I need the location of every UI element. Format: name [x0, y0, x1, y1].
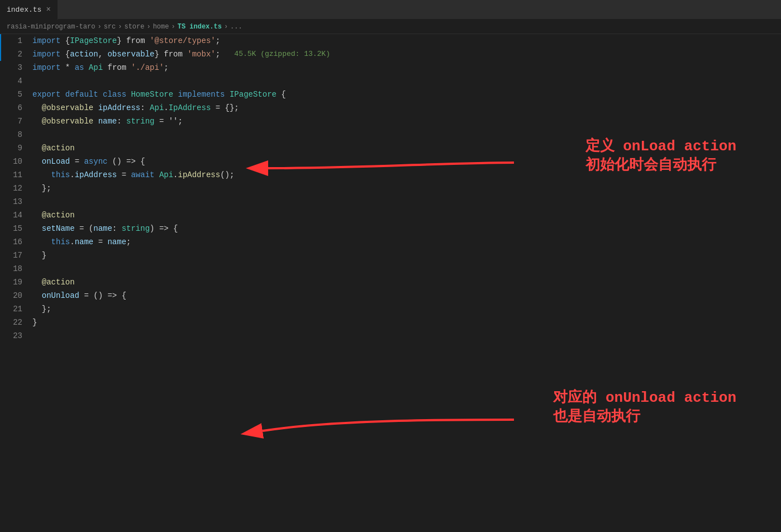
token: export: [32, 88, 60, 101]
token: implements: [178, 88, 225, 101]
token: .: [173, 168, 178, 182]
code-line-3: import * as Api from './api';: [32, 61, 781, 74]
code-line-7: @observable name: string = '';: [32, 115, 781, 128]
breadcrumb-part: rasia-miniprogram-taro: [7, 23, 95, 31]
code-line-17: }: [32, 249, 781, 262]
token: class: [103, 88, 126, 101]
token: [32, 222, 42, 235]
import-hint: 45.5K (gzipped: 13.2K): [234, 48, 330, 61]
line-number: 23: [6, 329, 22, 343]
token: =: [117, 168, 131, 182]
token: @observable: [42, 115, 93, 128]
token: await: [131, 168, 154, 182]
code-line-5: export default class HomeStore implement…: [32, 88, 781, 101]
token: ;: [126, 235, 131, 249]
token: [84, 61, 88, 74]
token: async: [84, 155, 107, 168]
breadcrumb-part: store: [124, 23, 144, 31]
line-number: 20: [6, 289, 22, 302]
line-number: 13: [6, 195, 22, 208]
line-number: 1: [6, 34, 22, 48]
token: :: [117, 115, 126, 128]
token: as: [75, 61, 84, 74]
token: onLoad: [42, 155, 70, 168]
line-number: 6: [6, 101, 22, 115]
line-number: 4: [6, 74, 22, 88]
annotation-bottom-line2: 也是自动执行: [553, 408, 640, 425]
token: './api': [131, 61, 164, 74]
token: };: [32, 182, 51, 195]
tab-close-button[interactable]: ×: [46, 6, 50, 13]
token: import: [32, 61, 60, 74]
line-number: 5: [6, 88, 22, 101]
code-line-20: onUnload = () => {: [32, 289, 781, 302]
token: ipAddress: [178, 168, 221, 182]
token: onUnload: [42, 289, 79, 302]
token: {: [277, 88, 286, 101]
token: = {};: [211, 101, 239, 115]
token: {: [60, 48, 70, 61]
line-number: 2: [6, 48, 22, 61]
breadcrumb-part: src: [104, 23, 116, 31]
line-number: 22: [6, 316, 22, 329]
token: ipAddress: [98, 101, 141, 115]
annotation-top: 定义 onLoad action 初始化时会自动执行: [585, 137, 736, 175]
token: }: [32, 249, 46, 262]
breadcrumb-filename: TS index.ts: [178, 23, 222, 31]
token: [173, 88, 178, 101]
line-number: 3: [6, 61, 22, 74]
active-line-indicator: [0, 34, 1, 61]
token: = () => {: [79, 289, 126, 302]
token: [32, 168, 51, 182]
annotation-top-line1: 定义 onLoad action: [585, 138, 736, 155]
line-number: 18: [6, 262, 22, 276]
token: [60, 88, 65, 101]
code-editor[interactable]: import {IPageStore} from '@store/types';…: [28, 34, 781, 532]
token: [225, 88, 230, 101]
line-number: 10: [6, 155, 22, 168]
token: }: [117, 34, 121, 48]
token: [32, 208, 42, 222]
token: }: [32, 316, 37, 329]
code-line-15: setName = (name: string) => {: [32, 222, 781, 235]
token: this: [51, 235, 70, 249]
token: action: [70, 48, 98, 61]
token: .: [164, 101, 168, 115]
token: [32, 235, 51, 249]
code-line-16: this.name = name;: [32, 235, 781, 249]
token: =: [70, 155, 84, 168]
breadcrumb-sep: ›: [97, 23, 101, 31]
token: [32, 155, 42, 168]
line-number: 15: [6, 222, 22, 235]
annotation-bottom: 对应的 onUnload action 也是自动执行: [553, 389, 736, 427]
breadcrumb-sep: ›: [224, 23, 228, 31]
token: import: [32, 48, 60, 61]
token: '@store/types': [150, 34, 216, 48]
breadcrumb-ellipsis: ...: [230, 23, 242, 31]
token: };: [32, 302, 51, 316]
editor-tab[interactable]: index.ts ×: [0, 0, 58, 20]
token: [32, 289, 42, 302]
token: HomeStore: [131, 88, 173, 101]
token: = '';: [154, 115, 182, 128]
token: observable: [107, 48, 154, 61]
token: [32, 141, 42, 155]
arrow-to-onunload: [263, 420, 514, 431]
token: :: [140, 101, 150, 115]
token: .: [70, 168, 74, 182]
line-number: 9: [6, 141, 22, 155]
breadcrumb: rasia-miniprogram-taro › src › store › h…: [0, 20, 781, 34]
line-number: 17: [6, 249, 22, 262]
token: = (: [75, 222, 94, 235]
token: :: [112, 222, 122, 235]
token: [126, 88, 131, 101]
token: import: [32, 34, 60, 48]
token: Api: [89, 61, 103, 74]
code-line-6: @observable ipAddress: Api.IpAddress = {…: [32, 101, 781, 115]
token: default: [65, 88, 98, 101]
code-line-13: [32, 195, 781, 208]
editor-area: 1 2 3 4 5 6 7 8 9 10 11 12 13 14 15 16 1…: [0, 34, 781, 532]
token: =: [93, 235, 107, 249]
token: .: [70, 235, 74, 249]
tab-filename: index.ts: [7, 6, 41, 14]
